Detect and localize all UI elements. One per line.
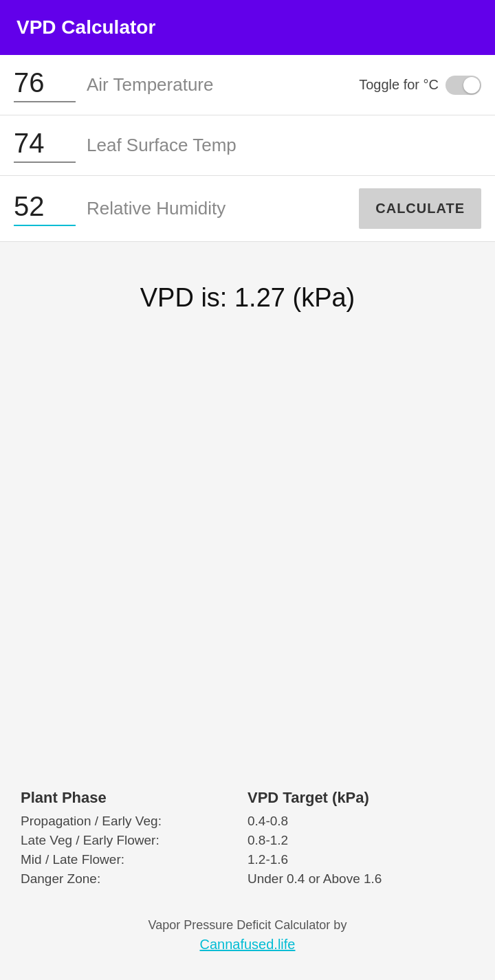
reference-rows: Propagation / Early Veg:0.4-0.8Late Veg … [21, 814, 474, 887]
air-temp-row: Air Temperature Toggle for °C [0, 55, 495, 115]
footer-text: Vapor Pressure Deficit Calculator by [14, 918, 481, 933]
spacer [0, 354, 495, 768]
reference-row: Late Veg / Early Flower:0.8-1.2 [21, 833, 474, 848]
ref-phase: Mid / Late Flower: [21, 852, 248, 867]
leaf-temp-input[interactable] [14, 128, 76, 163]
app-header: VPD Calculator [0, 0, 495, 55]
footer-link[interactable]: Cannafused.life [14, 937, 481, 953]
result-section: VPD is: 1.27 (kPa) [0, 242, 495, 354]
ref-phase: Late Veg / Early Flower: [21, 833, 248, 848]
humidity-row: Relative Humidity CALCULATE [0, 176, 495, 242]
calculate-button[interactable]: CALCULATE [359, 188, 481, 229]
reference-section: Plant Phase VPD Target (kPa) Propagation… [0, 768, 495, 898]
rh-input[interactable] [14, 191, 76, 226]
ref-target: 0.4-0.8 [248, 814, 474, 829]
humidity-label: Relative Humidity [87, 198, 359, 219]
leaf-temp-row: Leaf Surface Temp [0, 115, 495, 176]
toggle-label: Toggle for °C [359, 77, 439, 93]
celsius-toggle[interactable] [446, 76, 481, 95]
ref-target: Under 0.4 or Above 1.6 [248, 871, 474, 887]
ref-phase: Danger Zone: [21, 871, 248, 887]
ref-phase: Propagation / Early Veg: [21, 814, 248, 829]
ref-col2-header: VPD Target (kPa) [248, 789, 474, 807]
temperature-toggle-area: Toggle for °C [359, 76, 481, 95]
app-title: VPD Calculator [16, 16, 155, 38]
ref-target: 0.8-1.2 [248, 833, 474, 848]
reference-row: Mid / Late Flower:1.2-1.6 [21, 852, 474, 867]
air-temp-label: Air Temperature [87, 74, 359, 96]
result-text: VPD is: 1.27 (kPa) [140, 283, 355, 313]
reference-header-row: Plant Phase VPD Target (kPa) [21, 789, 474, 807]
leaf-temp-label: Leaf Surface Temp [87, 135, 481, 156]
ref-col1-header: Plant Phase [21, 789, 248, 807]
air-temp-input[interactable] [14, 67, 76, 102]
footer-section: Vapor Pressure Deficit Calculator by Can… [0, 898, 495, 980]
ref-target: 1.2-1.6 [248, 852, 474, 867]
reference-row: Danger Zone:Under 0.4 or Above 1.6 [21, 871, 474, 887]
reference-row: Propagation / Early Veg:0.4-0.8 [21, 814, 474, 829]
